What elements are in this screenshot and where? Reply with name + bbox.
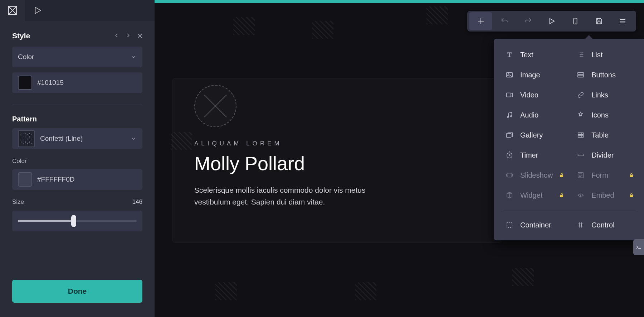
pattern-color-input[interactable]: #FFFFFF0D xyxy=(12,169,142,190)
control-icon xyxy=(576,221,585,229)
lock-icon xyxy=(559,193,564,198)
add-item-divider[interactable]: Divider xyxy=(571,147,639,163)
panel-nav xyxy=(114,33,143,39)
add-item-control[interactable]: Control xyxy=(571,217,639,233)
add-item-label: Buttons xyxy=(591,71,616,79)
pattern-color-swatch xyxy=(18,172,32,187)
add-item-label: Form xyxy=(591,171,608,179)
svg-rect-9 xyxy=(507,133,511,137)
crossed-box-icon xyxy=(7,5,18,16)
audio-icon xyxy=(505,111,514,119)
add-item-image[interactable]: Image xyxy=(500,67,569,83)
embed-icon xyxy=(576,191,585,200)
add-item-label: Timer xyxy=(520,151,538,159)
add-item-table[interactable]: Table xyxy=(571,127,639,143)
add-item-label: Video xyxy=(520,91,538,99)
preview-button[interactable] xyxy=(540,12,563,30)
page-body: Scelerisque mollis iaculis commodo dolor… xyxy=(194,184,395,208)
add-item-label: Text xyxy=(520,51,533,59)
add-item-label: Audio xyxy=(520,111,538,119)
floating-toolbar xyxy=(467,11,636,32)
style-color-input[interactable]: #101015 xyxy=(12,72,142,93)
add-item-label: Container xyxy=(520,221,551,229)
add-item-list[interactable]: List xyxy=(571,47,639,63)
add-item-label: Embed xyxy=(591,191,614,200)
pattern-select[interactable]: Confetti (Line) xyxy=(12,128,142,149)
style-color-value: #101015 xyxy=(37,79,64,87)
panel-title: Style xyxy=(12,32,30,40)
add-element-popover: TextListImageButtonsVideoLinksAudioIcons… xyxy=(494,39,644,240)
save-button[interactable] xyxy=(587,12,610,30)
chevron-down-icon xyxy=(130,54,137,60)
style-mode-select[interactable]: Color xyxy=(12,47,142,67)
size-slider[interactable] xyxy=(12,211,142,231)
avatar-placeholder-icon xyxy=(194,85,236,127)
menu-button[interactable] xyxy=(611,12,634,30)
list-icon xyxy=(576,51,585,59)
panel-close[interactable] xyxy=(137,33,143,39)
plus-icon xyxy=(477,17,485,25)
container-icon xyxy=(505,221,514,229)
add-item-label: Links xyxy=(591,91,608,99)
redo-button[interactable] xyxy=(517,12,540,30)
add-item-slideshow: Slideshow xyxy=(500,167,569,183)
slider-thumb[interactable] xyxy=(71,215,76,227)
sidebar-tabs xyxy=(0,0,155,21)
divider xyxy=(12,105,142,105)
content-card: Aliquam Lorem Molly Pollard Scelerisque … xyxy=(172,78,502,243)
mobile-icon xyxy=(571,17,579,25)
lock-icon xyxy=(559,173,564,178)
tab-design[interactable] xyxy=(0,0,25,21)
tab-preview[interactable] xyxy=(25,0,50,21)
add-item-timer[interactable]: Timer xyxy=(500,147,569,163)
save-icon xyxy=(595,17,603,25)
add-item-label: Control xyxy=(591,221,614,229)
page-heading: Molly Pollard xyxy=(194,152,480,174)
add-item-label: List xyxy=(591,51,602,59)
size-value: 146 xyxy=(132,198,142,206)
pattern-color-value: #FFFFFF0D xyxy=(37,176,75,183)
lock-icon xyxy=(629,193,634,198)
svg-rect-6 xyxy=(507,93,511,97)
add-item-video[interactable]: Video xyxy=(500,87,569,103)
svg-point-8 xyxy=(511,116,512,117)
add-item-label: Icons xyxy=(591,111,609,119)
style-color-swatch xyxy=(18,76,32,90)
svg-rect-5 xyxy=(578,75,584,77)
pattern-name: Confetti (Line) xyxy=(40,135,83,143)
add-item-label: Table xyxy=(591,131,609,139)
panel-forward[interactable] xyxy=(125,33,131,39)
add-item-icons[interactable]: Icons xyxy=(571,107,639,123)
canvas[interactable]: Aliquam Lorem Molly Pollard Scelerisque … xyxy=(155,0,644,317)
undo-button[interactable] xyxy=(493,12,516,30)
slider-track xyxy=(18,220,137,222)
redo-icon xyxy=(524,17,532,25)
add-item-text[interactable]: Text xyxy=(500,47,569,63)
undo-icon xyxy=(500,17,509,25)
svg-rect-14 xyxy=(507,222,512,228)
style-mode-value: Color xyxy=(18,53,34,61)
size-row: Size 146 xyxy=(0,198,155,206)
add-item-gallery[interactable]: Gallery xyxy=(500,127,569,143)
add-item-label: Widget xyxy=(520,191,542,200)
done-button[interactable]: Done xyxy=(12,280,142,303)
add-item-buttons[interactable]: Buttons xyxy=(571,67,639,83)
slider-fill xyxy=(18,220,74,222)
svg-rect-12 xyxy=(507,173,512,177)
add-item-container[interactable]: Container xyxy=(500,217,569,233)
code-panel-toggle[interactable] xyxy=(633,239,644,255)
add-button[interactable] xyxy=(469,12,492,30)
timer-icon xyxy=(505,151,514,159)
add-item-audio[interactable]: Audio xyxy=(500,107,569,123)
add-item-label: Slideshow xyxy=(520,171,553,179)
links-icon xyxy=(576,91,585,99)
widget-icon xyxy=(505,191,514,200)
icons-icon xyxy=(576,111,585,119)
add-item-label: Image xyxy=(520,71,540,79)
add-item-label: Gallery xyxy=(520,131,543,139)
add-item-links[interactable]: Links xyxy=(571,87,639,103)
svg-rect-4 xyxy=(578,73,584,75)
panel-back[interactable] xyxy=(114,33,119,39)
overline-text: Aliquam Lorem xyxy=(194,140,480,147)
mobile-preview-button[interactable] xyxy=(564,12,587,30)
